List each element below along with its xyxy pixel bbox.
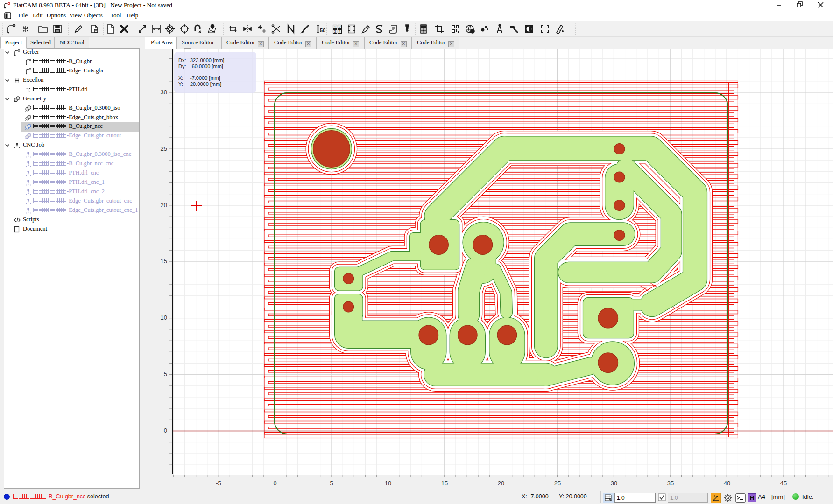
svg-text:1: 1 bbox=[334, 25, 336, 28]
svg-text:2: 2 bbox=[339, 25, 341, 28]
svg-text:3: 3 bbox=[334, 30, 336, 33]
svg-text:4: 4 bbox=[339, 30, 341, 33]
svg-text:50: 50 bbox=[320, 28, 325, 33]
svg-text:z: z bbox=[714, 494, 715, 497]
